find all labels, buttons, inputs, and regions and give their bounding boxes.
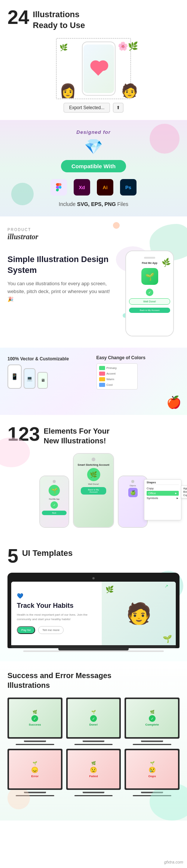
phone-camera-2	[92, 458, 95, 461]
blob-teal-decoration	[11, 183, 34, 205]
section3-content: Simple Illustration Design System You ca…	[7, 250, 180, 336]
laptop-stand	[58, 648, 129, 650]
design-system-desc: You can use illustrations for every app …	[7, 280, 114, 303]
xd-icon: Xd	[74, 179, 90, 196]
track-habits-title: Track Your Habits	[17, 602, 96, 610]
laptop-figure: 🧑	[126, 603, 152, 624]
mini-plant-1: 🌱	[49, 485, 60, 496]
ui-templates-count: 5	[7, 545, 18, 567]
design-system-title: Simple Illustration Design System	[7, 254, 114, 276]
section3-text: Simple Illustration Design System You ca…	[7, 250, 114, 304]
stand-2	[83, 741, 105, 742]
title-text: Illustrations Ready to Use	[33, 7, 85, 31]
laptop-camera	[92, 577, 95, 579]
check-s5-1: ✓	[50, 501, 58, 509]
plant-err-2: 🌿	[91, 761, 96, 765]
phone-notch	[144, 257, 155, 259]
pay-for-button[interactable]: Pay for	[17, 626, 35, 634]
plant-deco-3: 🌿	[150, 710, 154, 714]
success-text-1: Success	[29, 723, 41, 726]
color-swatch-2	[99, 372, 105, 376]
ps-icon: Ps	[120, 179, 137, 196]
submenu-books: Books	[183, 490, 187, 493]
error-text-1: Error	[31, 775, 39, 778]
success-text-3: Complete	[145, 723, 159, 726]
color-row-3: Warm	[99, 377, 135, 381]
stand-1	[24, 741, 46, 742]
phone-mini-1: 📱	[7, 364, 22, 389]
monitor-error-screen-1: 🌱 😞 Error	[9, 750, 61, 788]
monitor-screen-2: 🌱 ✓ Done!	[68, 699, 120, 737]
phones-showcase: 🌱 Find Me App ✓ Back Smart Sketching Acc…	[7, 453, 180, 528]
plant-deco-1: 🌿	[33, 710, 37, 714]
check-circle: ✓	[146, 289, 153, 296]
phone-camera-1	[53, 480, 56, 483]
check-icon-3: ✓	[149, 715, 156, 722]
figure-right: 🧑	[121, 84, 138, 98]
menu-title: Shapes	[147, 481, 179, 485]
section-vector-colors: 100% Vector & Customizable 📱 💻 🖥 Easy Ch…	[0, 348, 187, 415]
check-icon-1: ✓	[31, 715, 38, 722]
section-compatible: Designed for 💎 Compatible With Xd Ai Ps …	[0, 120, 187, 216]
flowers-decoration: 🌸🌿	[118, 41, 138, 51]
share-icon: ⬆	[116, 105, 120, 110]
phone-showcase-1: 🌱 Find Me App ✓ Back	[39, 475, 69, 528]
phone-mini-2: 💻	[24, 368, 36, 389]
laptop-frame: 💙 Track Your Habits Health is the most i…	[7, 573, 180, 648]
laptop-left-panel: 💙 Track Your Habits Health is the most i…	[11, 582, 102, 645]
plant-err-3: 🌱	[150, 761, 154, 765]
error-icon-3: 😢	[148, 766, 156, 773]
menu-item-copy: Copy	[147, 486, 179, 491]
color-swatch-1	[99, 366, 105, 370]
export-selected-button[interactable]: Export Selected...	[64, 103, 110, 113]
phone-frame	[82, 41, 116, 96]
base-1	[16, 744, 54, 745]
color-row-4: Cool	[99, 383, 135, 387]
section-header: 24 Illustrations Ready to Use 🌸🌿 🌿	[0, 0, 187, 120]
done-text-2: Well Done!	[76, 483, 111, 485]
ui-title-row: 5 UI Templates	[7, 545, 180, 567]
vector-title: 100% Vector & Customizable	[7, 356, 91, 361]
phone-camera-3	[131, 480, 134, 483]
btn-lg: Back to My Account	[81, 487, 106, 495]
submenu-arrow-symbols: ►	[176, 497, 179, 499]
blob-peach-s7	[7, 787, 30, 809]
error-monitors-row: 🌱 😞 Error 🌿 😟 Failed	[7, 749, 180, 796]
color-swatch-3	[99, 377, 105, 381]
menu-item-symbols[interactable]: Symbols ►	[147, 496, 179, 501]
well-done-text: Well Done!	[129, 298, 170, 305]
laptop-screen: 💙 Track Your Habits Health is the most i…	[11, 582, 176, 645]
monitor-error-2: 🌿 😟 Failed	[66, 749, 121, 796]
monitor-frame-3: 🌿 ✓ Complete	[125, 698, 180, 739]
tell-more-button[interactable]: Tell me more	[38, 626, 64, 634]
laptop-arrow-decoration: ↗	[165, 584, 168, 589]
title-row: 24 Illustrations Ready to Use	[7, 7, 180, 31]
monitor-error-3: 🌱 😢 Oops	[125, 749, 180, 796]
app-text-1: Find Me App	[42, 498, 67, 500]
share-button[interactable]: ⬆	[113, 103, 123, 113]
monitor-error-screen-2: 🌿 😟 Failed	[68, 750, 120, 788]
phone-mockup-right: Find Me App 🌿 🌱 ✓ Well Done! Back to My …	[120, 250, 180, 336]
phone-screen-1: 🌱 Find Me App ✓ Back	[40, 476, 68, 527]
monitor-screen-1: 🌿 ✓ Success	[9, 699, 61, 737]
figma-icon	[50, 179, 67, 196]
app-title-2: Smart Sketching Account	[76, 464, 111, 466]
submenu-cup: Cup	[183, 493, 187, 497]
phone-showcase-2: Smart Sketching Account 🌿 Well Done! Bac…	[73, 453, 114, 528]
back-btn: Back to My Account	[129, 308, 170, 313]
monitor-success-1: 🌿 ✓ Success	[7, 698, 62, 745]
app-btn-s5-1: Back	[42, 511, 67, 515]
laptop-plant-1: 🌿	[105, 585, 114, 594]
laptop-section: 💙 Track Your Habits Health is the most i…	[0, 567, 187, 661]
laptop-plant-2: 🌱	[163, 634, 172, 643]
laptop-base	[11, 645, 176, 648]
vector-phones: 📱 💻 🖥	[7, 364, 91, 389]
menu-item-office[interactable]: Office ►	[147, 491, 179, 496]
plant-err-1: 🌱	[33, 761, 37, 765]
color-panel: Primary Accent Warm Cool	[96, 363, 138, 390]
phones-showcase-container: 🌱 Find Me App ✓ Back Smart Sketching Acc…	[7, 453, 180, 528]
color-row-2: Accent	[99, 372, 135, 376]
apple-decoration: 🍎	[166, 395, 181, 409]
compatible-badge: Compatible With	[61, 160, 126, 172]
monitor-success-2: 🌱 ✓ Done!	[66, 698, 121, 745]
